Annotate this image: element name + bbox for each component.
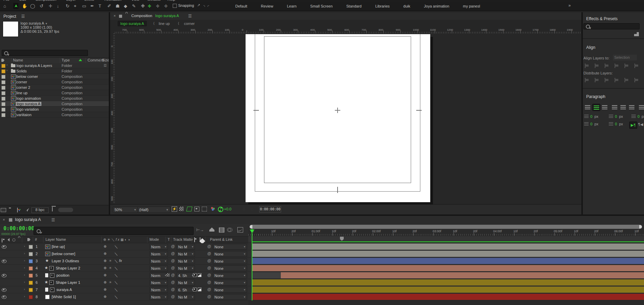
layer-duration-bar[interactable] — [252, 258, 644, 264]
eye-icon[interactable] — [2, 245, 6, 249]
track-matte-dropdown[interactable]: No M▾ — [176, 258, 195, 264]
alpha-matte-icon[interactable] — [193, 273, 197, 277]
label-chip[interactable] — [1, 91, 5, 95]
collapse-transformations-icon[interactable]: ☀ — [109, 280, 112, 284]
project-tab[interactable]: Project — [3, 14, 16, 19]
eye-icon[interactable] — [2, 288, 6, 292]
hand-tool-icon[interactable]: ✋ — [22, 3, 27, 9]
column-size[interactable]: Size — [102, 58, 109, 62]
viewer-tab-title[interactable]: Composition — [131, 14, 152, 18]
project-row[interactable]: ›SolidsFolder — [0, 68, 109, 74]
distribute-bottom-button[interactable] — [634, 78, 640, 83]
layer-track[interactable] — [248, 293, 644, 301]
item-name[interactable]: logo variation — [16, 107, 39, 111]
motion-blur-icon[interactable] — [227, 227, 232, 232]
quality-switch-icon[interactable]: ⊕ — [104, 280, 106, 284]
indent-first-line-value[interactable]: 0 — [615, 114, 617, 119]
layer-duration-bar[interactable] — [252, 294, 644, 300]
column-mode[interactable]: Mode — [149, 237, 159, 241]
text-direction-ltr-button[interactable]: ▶¶ — [629, 122, 637, 129]
workspace-tab-review[interactable]: Review — [261, 4, 273, 8]
menu-file[interactable]: File — [3, 0, 10, 1]
workspace-tab-libraries[interactable]: Libraries — [375, 4, 390, 8]
distribute-horizontal-center-button[interactable] — [594, 78, 600, 83]
item-type[interactable]: Composition — [62, 96, 82, 100]
column-preserve-t[interactable]: T — [168, 237, 170, 241]
label-chip[interactable] — [1, 102, 5, 106]
label-chip[interactable] — [29, 252, 33, 256]
eye-icon[interactable] — [2, 274, 6, 277]
blend-mode-dropdown[interactable]: Norm▾ — [149, 287, 168, 293]
bpc-button[interactable]: 8 bpc — [31, 207, 49, 213]
paragraph-title[interactable]: Paragraph — [586, 94, 605, 99]
expand-arrow-icon[interactable]: › — [24, 259, 25, 262]
axis-view-icon[interactable]: ✤ — [164, 4, 168, 9]
space-before-value[interactable]: 0 — [638, 114, 640, 119]
distribute-right-button[interactable] — [604, 78, 610, 83]
item-type[interactable]: Folder — [62, 69, 72, 73]
parent-dropdown[interactable]: None▾ — [213, 273, 247, 278]
paragraph-left-align-button[interactable] — [584, 104, 591, 110]
item-name[interactable]: Solids — [16, 69, 27, 73]
track-matte-link-icon[interactable]: @ — [171, 244, 175, 248]
quality-switch-icon[interactable]: ⊕ — [104, 295, 106, 299]
track-matte-link-icon[interactable]: @ — [171, 251, 175, 255]
motion-blur-switch-icon[interactable]: ＼ — [114, 273, 118, 278]
project-row[interactable]: cornerComposition — [0, 79, 109, 85]
item-type[interactable]: Composition — [62, 74, 82, 79]
eye-icon[interactable] — [2, 295, 6, 299]
graph-editor-icon[interactable] — [237, 227, 243, 233]
anchor-crosshair[interactable] — [335, 108, 340, 113]
close-icon[interactable]: × — [114, 14, 116, 18]
playhead-line[interactable] — [252, 229, 252, 301]
column-parent-link[interactable]: Parent & Link — [210, 237, 233, 241]
align-right-button[interactable] — [604, 64, 610, 68]
layer-name[interactable]: suraiya A — [56, 288, 72, 292]
layer-track[interactable] — [248, 250, 644, 258]
crop-region-icon[interactable] — [202, 207, 207, 211]
layer-duration-bar[interactable] — [252, 287, 644, 293]
parent-pickwhip-icon[interactable]: @ — [207, 244, 211, 248]
motion-blur-switch-icon[interactable]: ＼ — [114, 294, 118, 300]
menu-view[interactable]: View — [131, 0, 140, 1]
project-row[interactable]: logo variationComposition — [0, 107, 109, 112]
parent-dropdown[interactable]: None▾ — [213, 258, 247, 264]
new-preset-icon[interactable] — [634, 32, 639, 36]
layer-row[interactable]: ›6★Shape Layer 1⊕☀＼Norm▾@No M▾@None▾ — [0, 279, 248, 286]
dolly-camera-tool-icon[interactable]: ↓ — [57, 3, 59, 9]
track-matte-link-icon[interactable]: @ — [171, 259, 175, 263]
panel-menu-icon[interactable]: ☰ — [51, 218, 55, 222]
item-name[interactable]: corner 2 — [16, 85, 30, 89]
layer-duration-bar[interactable] — [252, 279, 644, 286]
viewer-timecode[interactable]: 0:00:00:00 — [259, 206, 281, 212]
expand-arrow-icon[interactable]: › — [6, 63, 8, 67]
label-chip[interactable] — [29, 295, 33, 299]
exposure-reset-icon[interactable] — [218, 207, 223, 212]
blend-mode-dropdown[interactable]: Norm▾ — [149, 294, 168, 300]
indent-right-field[interactable]: 0px — [584, 122, 606, 127]
label-chip[interactable] — [1, 86, 5, 90]
clone-stamp-tool-icon[interactable]: ☗ — [116, 3, 120, 9]
paragraph-right-align-button[interactable] — [601, 104, 608, 110]
workspace-tab-default[interactable]: Default — [235, 4, 247, 8]
pen-tool-icon[interactable]: ✒ — [90, 3, 94, 9]
parent-dropdown[interactable]: None▾ — [213, 251, 247, 257]
label-chip[interactable] — [29, 281, 33, 285]
menu-effect[interactable]: Effect — [84, 0, 94, 1]
track-matte-dropdown[interactable]: No M▾ — [176, 294, 195, 300]
track-matte-link-icon[interactable]: @ — [171, 294, 175, 299]
menu-edit[interactable]: Edit — [19, 0, 26, 1]
column-name[interactable]: Name — [13, 58, 23, 62]
fx-switch-icon[interactable]: fx — [119, 259, 122, 263]
menu-animation[interactable]: Animation — [105, 0, 121, 1]
brush-tool-icon[interactable]: ✐ — [107, 3, 111, 9]
collapse-transformations-icon[interactable]: ☀ — [109, 259, 112, 263]
text-direction-rtl-button[interactable]: ¶◀ — [638, 122, 643, 127]
workspace-tab-standard[interactable]: Standard — [346, 4, 362, 8]
blend-mode-dropdown[interactable]: Norm▾ — [149, 273, 168, 278]
blend-mode-dropdown[interactable]: Norm▾ — [149, 265, 168, 271]
workspace-tab-duik[interactable]: duik — [403, 4, 410, 8]
label-chip[interactable] — [29, 288, 33, 292]
label-chip[interactable] — [29, 259, 33, 263]
resolution-dropdown[interactable]: (Half)▼ — [137, 207, 170, 213]
